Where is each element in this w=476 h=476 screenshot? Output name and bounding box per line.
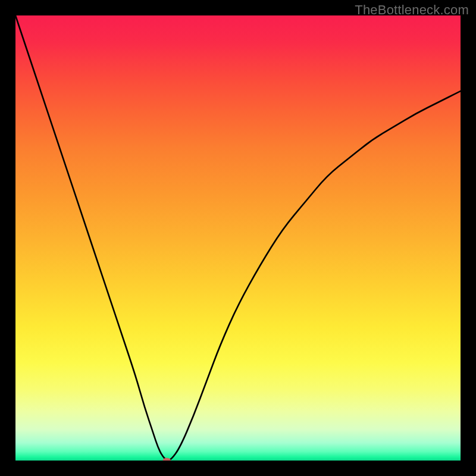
bottleneck-curve (15, 15, 461, 460)
chart-frame: TheBottleneck.com (0, 0, 476, 476)
plot-area (15, 15, 461, 461)
chart-svg (15, 15, 461, 461)
watermark-text: TheBottleneck.com (355, 2, 469, 18)
